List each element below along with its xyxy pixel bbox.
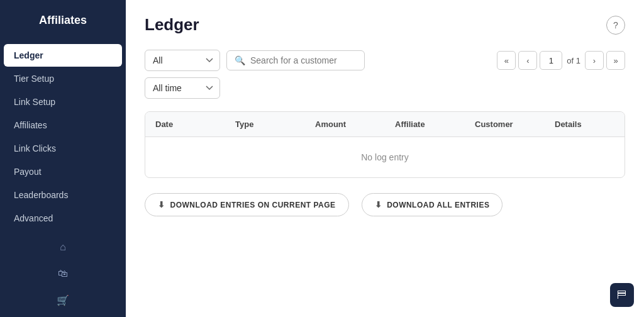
table-empty-message: No log entry [145,137,625,177]
download-current-label: DOWNLOAD ENTRIES ON CURRENT PAGE [170,201,336,209]
bag-icon[interactable]: 🛍 [0,260,126,287]
sidebar-item-ledger[interactable]: Ledger [4,44,122,67]
table-col-details: Details [545,112,625,136]
sidebar-item-payout[interactable]: Payout [4,160,122,183]
download-all-label: DOWNLOAD ALL ENTRIES [387,201,489,209]
bottom-right-action-button[interactable]: ⛿ [610,283,634,307]
help-button[interactable]: ? [606,16,625,35]
sidebar-item-link-setup[interactable]: Link Setup [4,91,122,113]
main-content: Ledger ? All 🔍 « ‹ of 1 › » All time Dat… [126,0,644,317]
button-row: ⬇ DOWNLOAD ENTRIES ON CURRENT PAGE ⬇ DOW… [145,193,625,216]
sidebar-item-link-clicks[interactable]: Link Clicks [4,137,122,160]
sidebar-item-leaderboards[interactable]: Leaderboards [4,184,122,206]
first-page-button[interactable]: « [497,51,516,70]
sidebar-title: Affiliates [0,0,126,33]
prev-page-button[interactable]: ‹ [518,51,537,70]
sidebar-item-affiliates[interactable]: Affiliates [4,114,122,136]
table-col-customer: Customer [465,112,545,136]
sidebar: Affiliates LedgerTier SetupLink SetupAff… [0,0,126,317]
download-current-icon: ⬇ [158,200,165,209]
next-page-button[interactable]: › [585,51,604,70]
signpost-icon: ⛿ [617,289,627,301]
table-col-amount: Amount [305,112,385,136]
pagination: « ‹ of 1 › » [497,51,625,70]
page-input[interactable] [540,51,562,70]
download-all-icon: ⬇ [375,200,382,209]
chart-icon[interactable]: 📊 [0,314,126,317]
search-input[interactable] [250,55,357,65]
time-filter-select[interactable]: All time [145,77,220,99]
search-container: 🔍 [226,50,365,70]
table-col-affiliate: Affiliate [385,112,465,136]
controls-row: All 🔍 « ‹ of 1 › » [145,50,625,71]
page-of-label: of 1 [567,56,580,65]
table-col-type: Type [225,112,305,136]
download-all-button[interactable]: ⬇ DOWNLOAD ALL ENTRIES [362,193,503,216]
table-col-date: Date [145,112,225,136]
last-page-button[interactable]: » [606,51,625,70]
table-header: DateTypeAmountAffiliateCustomerDetails [145,112,625,137]
time-row: All time [145,77,625,99]
sidebar-item-tier-setup[interactable]: Tier Setup [4,67,122,90]
filter-select[interactable]: All [145,50,220,71]
sidebar-item-advanced[interactable]: Advanced [4,207,122,230]
download-current-button[interactable]: ⬇ DOWNLOAD ENTRIES ON CURRENT PAGE [145,193,349,216]
search-icon: 🔍 [235,55,245,65]
cart-icon[interactable]: 🛒 [0,287,126,314]
table-container: DateTypeAmountAffiliateCustomerDetails N… [145,111,625,178]
sidebar-nav: LedgerTier SetupLink SetupAffiliatesLink… [0,43,126,317]
page-header: Ledger ? [145,15,625,35]
page-title: Ledger [145,15,199,35]
home-icon[interactable]: ⌂ [0,234,126,260]
